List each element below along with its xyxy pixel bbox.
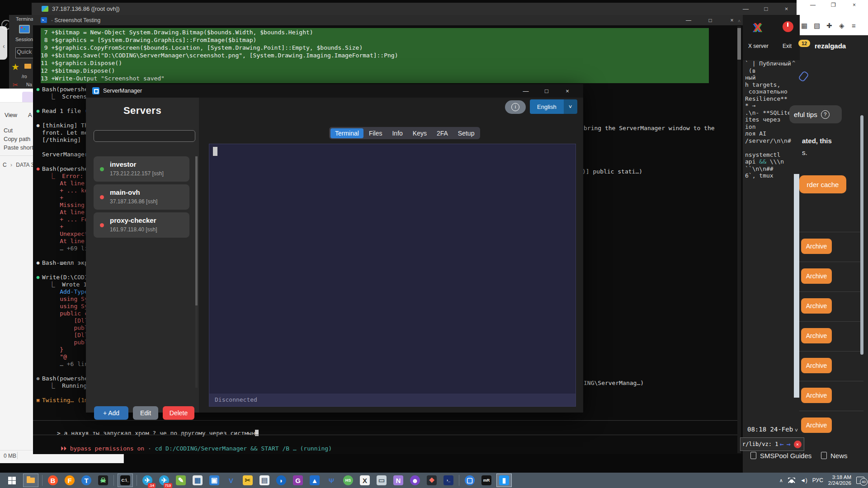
archive-button[interactable]: Archive (801, 298, 832, 314)
tab-info[interactable]: Info (387, 128, 407, 138)
brave-browser-taskbar-icon[interactable]: B (46, 474, 60, 487)
maximize-button[interactable]: □ (699, 17, 721, 23)
octopus-app-taskbar-icon[interactable]: Ψ (325, 474, 338, 487)
archive-button[interactable]: Archive (801, 388, 832, 403)
server-list-item[interactable]: main-ovh37.187.136.86 [ssh] (94, 184, 189, 210)
winscp-menu-terminal[interactable]: Terminal (16, 16, 33, 22)
info-button[interactable]: i (505, 100, 526, 114)
archive-button[interactable]: Archive (801, 418, 832, 433)
find-close-icon[interactable]: × (794, 441, 802, 448)
telegram-2-taskbar-icon[interactable]: ✈713 (157, 474, 171, 487)
github-desktop-taskbar-icon[interactable]: ☻ (408, 474, 422, 487)
news-link[interactable]: News (821, 452, 848, 460)
find-bar-text[interactable]: r/lib/vz: 1 (742, 441, 778, 447)
calculator-taskbar-icon[interactable]: ▦ (191, 474, 204, 487)
breadcrumb[interactable]: C › DATA 3T (3, 162, 37, 168)
mremoteng-taskbar-icon[interactable]: mR (480, 474, 493, 487)
maximize-button[interactable]: □ (756, 5, 776, 12)
photo-viewer-taskbar-icon[interactable]: ▣ (208, 474, 221, 487)
favorites-star-icon[interactable]: ★ (11, 61, 19, 72)
tabs-icon[interactable]: ▧ (814, 22, 820, 30)
minimize-button[interactable]: — (515, 88, 536, 94)
archive-button[interactable]: Archive (801, 239, 832, 254)
find-bar[interactable]: r/lib/vz: 1 ← → × (740, 437, 804, 451)
restore-button[interactable]: ❐ (831, 2, 836, 8)
archive-button[interactable]: Archive (801, 328, 832, 343)
snipping-tool-taskbar-icon[interactable]: ✂ (241, 474, 255, 487)
telegram-1-taskbar-icon[interactable]: ✈.14 (141, 474, 154, 487)
scroll-up-arrow[interactable]: ^ (792, 60, 795, 66)
tab-files[interactable]: Files (364, 128, 387, 138)
minimize-button[interactable]: — (678, 17, 699, 23)
archive-button[interactable]: Archive (801, 268, 832, 284)
server-list-item[interactable]: investor173.212.212.157 [ssh] (94, 156, 189, 182)
ssh-terminal-panel[interactable]: Disconnected (209, 144, 576, 407)
scroll-up-arrow[interactable]: ˄ (738, 19, 741, 23)
scrollbar-thumb[interactable] (737, 28, 741, 60)
close-button[interactable]: × (557, 88, 578, 94)
back-arrow-icon[interactable]: ‹ (3, 42, 5, 50)
close-button[interactable]: × (776, 5, 797, 12)
keyboard-language[interactable]: РУС (812, 477, 823, 483)
find-next-icon[interactable]: → (787, 440, 791, 448)
wifi-icon[interactable] (788, 478, 795, 483)
chevron-down-icon[interactable]: ˅ (564, 99, 577, 114)
extension-icon[interactable]: ✚ (826, 22, 832, 30)
archive-button[interactable]: Archive (801, 358, 832, 373)
grid-icon[interactable]: ▦ (801, 22, 807, 30)
display-tool-taskbar-icon[interactable]: ▭ (375, 474, 388, 487)
shield-icon[interactable]: ◈ (839, 22, 844, 30)
scrollbar-thumb[interactable] (860, 115, 863, 355)
gimp-document-taskbar-icon[interactable]: G (291, 474, 305, 487)
scrollbar[interactable] (737, 26, 741, 453)
cmd-terminal-taskbar-icon[interactable]: C:\_ (118, 474, 133, 487)
quick-connect-input[interactable]: Quick (15, 47, 33, 58)
tray-expand-chevron[interactable]: ∧ (779, 478, 783, 483)
winscp-session-label[interactable]: Session (15, 37, 33, 42)
scrollbar-thumb[interactable] (195, 156, 198, 305)
tab-terminal[interactable]: Terminal (330, 128, 363, 138)
tools-icon[interactable]: ✂ (13, 81, 19, 89)
notepad-taskbar-icon[interactable]: ▤ (258, 474, 271, 487)
prompt-input-text[interactable]: а нахуя ты запускал хром ? че по другому… (61, 430, 255, 436)
tab-2fa[interactable]: 2FA (432, 128, 453, 138)
notepad-plus-taskbar-icon[interactable]: ✎ (174, 474, 188, 487)
start-button[interactable] (4, 474, 20, 487)
edit-server-button[interactable]: Edit (133, 406, 158, 420)
useful-tips-button[interactable]: eful tips ? (789, 105, 842, 123)
tab-setup[interactable]: Setup (453, 128, 479, 138)
heidisql-taskbar-icon[interactable]: HS (341, 474, 355, 487)
tab-keys[interactable]: Keys (408, 128, 431, 138)
powershell-taskbar-icon[interactable]: ›_ (442, 474, 455, 487)
minimize-button[interactable]: — (810, 2, 816, 8)
vcxsrv-launcher-taskbar-icon[interactable]: X (358, 474, 372, 487)
firefox-browser-taskbar-icon[interactable]: F (63, 474, 76, 487)
thunderbird-taskbar-icon[interactable]: T (80, 474, 93, 487)
menu-icon[interactable]: ≡ (852, 22, 856, 29)
xserver-icon[interactable]: X (754, 20, 761, 34)
volume-icon[interactable]: ◄) (800, 477, 807, 483)
add-server-button[interactable]: + Add (94, 406, 128, 420)
clock[interactable]: 3:18 AM 2/24/2026 (828, 474, 851, 486)
scrollbar[interactable] (195, 156, 198, 388)
copy-path-button[interactable]: Copy path (4, 136, 30, 142)
anydesk-taskbar-icon[interactable]: ▢ (463, 474, 476, 487)
folder-tab-icon[interactable] (24, 64, 31, 69)
language-selected-value[interactable]: English (530, 99, 564, 114)
servermanager-app-taskbar-icon[interactable]: ▮ (496, 474, 512, 487)
notion-taskbar-icon[interactable]: N (392, 474, 405, 487)
language-dropdown[interactable]: English ˅ (530, 99, 577, 114)
explorer-menu-view[interactable]: View (5, 112, 17, 118)
explorer-active-tab[interactable] (22, 92, 33, 102)
breadcrumb-drive[interactable]: C (3, 162, 7, 168)
cut-button[interactable]: Cut (4, 127, 13, 134)
blue-orb-app-taskbar-icon[interactable]: ◗ (274, 474, 288, 487)
minimize-button[interactable]: — (736, 5, 756, 12)
find-prev-icon[interactable]: ← (779, 440, 783, 448)
news-label[interactable]: News (830, 452, 848, 460)
smspool-guides-label[interactable]: SMSPool Guides (760, 452, 811, 460)
maximize-button[interactable]: □ (536, 88, 557, 94)
file-explorer-taskbar-icon[interactable] (23, 474, 38, 487)
photos-app-taskbar-icon[interactable]: ▲ (308, 474, 321, 487)
server-search-input[interactable] (94, 130, 195, 142)
